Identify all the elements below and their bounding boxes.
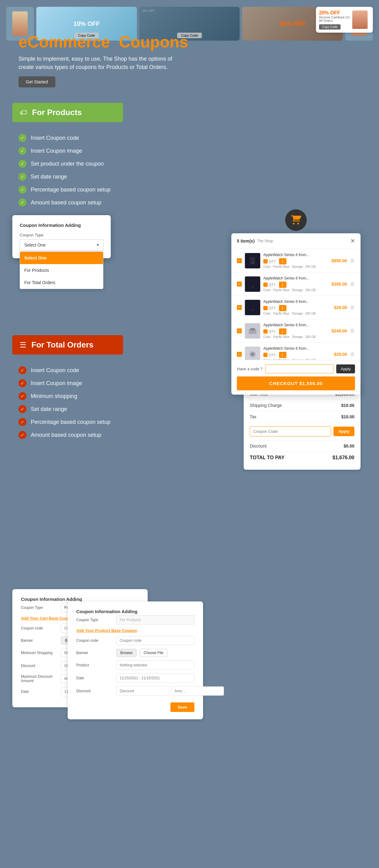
for-products-banner: 🏷 For Products xyxy=(12,103,123,122)
cart-coupon-label: Coupon code xyxy=(21,626,58,630)
product-discount-label: Discount xyxy=(76,689,113,693)
product-product-input[interactable] xyxy=(116,660,194,670)
dropdown-option-1[interactable]: For Products xyxy=(20,264,103,276)
feature-item-3: ✓ Set date range xyxy=(19,170,360,183)
order-coupon-input[interactable] xyxy=(250,426,331,436)
cart-item-meta-0: Color : Pacific Blue Storage : 256 GB xyxy=(263,265,328,269)
check-1: ✓ xyxy=(19,147,27,155)
cart-item-qty-2: QTY : 1 xyxy=(263,305,331,311)
product-save-btn[interactable]: Save xyxy=(170,703,194,712)
rcheck-1: ✓ xyxy=(19,379,27,387)
cart-item-name-1: AppleWatch Series 6 from... xyxy=(263,276,328,280)
product-type-label: Coupon Type xyxy=(76,618,113,622)
qty-label-2: QTY : xyxy=(269,306,278,310)
cart-check-4[interactable]: ✓ xyxy=(237,352,242,357)
cart-item-price-4: $29.00 xyxy=(334,352,347,357)
coupon-type-select[interactable]: Select One ▼ xyxy=(20,239,103,251)
feature-item-4: ✓ Percentage based coupon setup xyxy=(19,183,360,196)
cart-item-img-2 xyxy=(245,300,260,315)
tax-label: Tax xyxy=(250,414,257,419)
for-products-title: For Products xyxy=(32,108,82,117)
product-choose-btn[interactable]: Choose File xyxy=(140,649,167,657)
orders-icon: ☰ xyxy=(20,341,27,349)
product-product-label: Product xyxy=(76,663,113,667)
discount-value: $0.00 xyxy=(344,443,354,448)
bottom-forms-area: Coupon Information Adding Coupon Type Fo… xyxy=(0,589,379,738)
qty-box-4: 1 xyxy=(279,352,286,358)
total-label: TOTAL TO PAY xyxy=(250,455,285,461)
cart-item-price-2: $29.00 xyxy=(334,305,347,310)
svg-point-9 xyxy=(251,353,254,356)
color-swatch-1 xyxy=(263,283,267,287)
discount-label: Discount xyxy=(250,443,266,448)
products-features: ✓ Insert Coupon code ✓ Insert Coupon ima… xyxy=(19,131,360,209)
cart-item-name-2: AppleWatch Series 6 from... xyxy=(263,300,331,304)
cart-header-left: 5 item(s) The Shop xyxy=(237,239,273,244)
cart-item-meta-3: Color : Pacific Blue Storage : 256 GB xyxy=(263,335,328,339)
torder-label-3: Set date range xyxy=(31,406,67,412)
check-3: ✓ xyxy=(19,173,27,181)
cart-close-btn[interactable]: ✕ xyxy=(350,238,355,244)
coupon-label-2: 10% OFF xyxy=(142,9,155,12)
chevron-down-icon: ▼ xyxy=(96,243,100,247)
product-coupon-input[interactable] xyxy=(116,636,194,645)
feature-item-0: ✓ Insert Coupon code xyxy=(19,131,360,144)
have-code-label: Have a code ? xyxy=(237,367,263,371)
coupon-type-dropdown-panel: Coupon Information Adding Coupon Type Se… xyxy=(12,215,111,258)
torder-label-2: Minimum shopping xyxy=(31,393,77,400)
cart-check-1[interactable]: ✓ xyxy=(237,282,242,286)
cart-item-del-2[interactable]: 🗑 xyxy=(350,305,355,310)
cart-item-info-2: AppleWatch Series 6 from... QTY : 1 Colo… xyxy=(263,300,331,315)
cart-icon-btn[interactable] xyxy=(285,209,307,231)
product-type-row: Coupon Type For Products xyxy=(76,615,194,624)
cart-item-del-4[interactable]: 🗑 xyxy=(350,351,355,357)
cart-items-list: ✓ AppleWatch Series 6 from... QTY : 1 C xyxy=(231,249,360,360)
cart-item-info-3: AppleWatch Series 6 from... QTY : 1 Colo… xyxy=(263,323,328,339)
cart-item-price-0: $950.00 xyxy=(331,258,347,263)
cart-item-qty-3: QTY : 1 xyxy=(263,329,328,335)
check-4: ✓ xyxy=(19,186,27,194)
cart-check-3[interactable]: ✓ xyxy=(237,329,242,333)
qty-box-1: 1 xyxy=(279,282,286,288)
discount-row-inputs xyxy=(116,686,224,695)
product-date-label: Date xyxy=(76,676,113,680)
cart-checkout-btn[interactable]: CHECKOUT $1,556.00 xyxy=(237,376,355,390)
dropdown-option-0[interactable]: Select One xyxy=(20,252,103,264)
cart-header: 5 item(s) The Shop ✕ xyxy=(231,233,360,249)
cart-apply-btn[interactable]: Apply xyxy=(336,365,355,373)
rcheck-2: ✓ xyxy=(19,392,27,400)
feature-label-2: Set product under the coupon xyxy=(31,161,104,167)
get-started-btn[interactable]: Get Started xyxy=(19,76,55,87)
cart-code-input[interactable] xyxy=(265,365,334,373)
shipping-value: $10.00 xyxy=(341,403,354,408)
product-banner-label: Banner xyxy=(76,651,113,655)
feature-label-0: Insert Coupon code xyxy=(31,135,79,141)
order-row-discount: Discount $0.00 xyxy=(250,440,354,452)
torder-label-0: Insert Coupon code xyxy=(31,367,79,374)
product-banner-row: Banner Browse Choose File xyxy=(76,649,194,657)
cart-check-0[interactable]: ✓ xyxy=(237,258,242,263)
order-apply-btn[interactable]: Apply xyxy=(334,427,354,436)
cart-item-qty-0: QTY : 1 xyxy=(263,258,328,265)
product-section-title: Add Your Product Base Coupon xyxy=(76,628,194,633)
cart-items-count: 5 item(s) xyxy=(237,239,255,244)
hero-title-part2: Coupons xyxy=(119,33,188,51)
cart-item-meta-2: Color : Pacific Blue Storage : 256 GB xyxy=(263,312,331,315)
cart-item-del-0[interactable]: 🗑 xyxy=(350,258,355,264)
hero-title-part1: eCommerce xyxy=(19,33,110,51)
shipping-label: Shipping Charge xyxy=(250,403,282,408)
cart-item-del-1[interactable]: 🗑 xyxy=(350,281,355,287)
product-date-input[interactable] xyxy=(116,674,194,683)
feature-item-2: ✓ Set product under the coupon xyxy=(19,157,360,170)
product-discount-type[interactable] xyxy=(171,686,224,695)
product-browse-btn[interactable]: Browse xyxy=(116,649,136,657)
cart-item-del-3[interactable]: 🗑 xyxy=(350,328,355,334)
products-icon: 🏷 xyxy=(20,108,27,117)
cart-check-2[interactable]: ✓ xyxy=(237,305,242,310)
product-discount-input[interactable] xyxy=(116,686,169,695)
qty-label-3: QTY : xyxy=(269,330,278,333)
feature-label-4: Percentage based coupon setup xyxy=(31,187,110,193)
cart-shop-name: The Shop xyxy=(257,239,273,243)
dropdown-option-2[interactable]: For Total Orders xyxy=(20,276,103,289)
offer-pct: 20% OFF xyxy=(319,10,350,16)
